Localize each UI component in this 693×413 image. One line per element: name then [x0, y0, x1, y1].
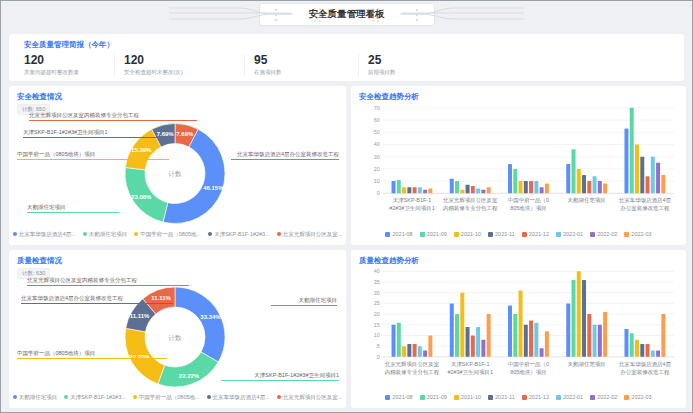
pie-chart-canvas[interactable]: 33.34%22.22%22.22%11.11%11.11%计数 — [17, 279, 338, 391]
bar[interactable] — [428, 335, 432, 356]
bar[interactable] — [572, 149, 576, 193]
legend-item[interactable]: 天鹅湖住宅项目 — [83, 231, 128, 238]
bar[interactable] — [566, 303, 570, 356]
bar[interactable] — [661, 314, 665, 357]
bar[interactable] — [587, 181, 591, 193]
bar[interactable] — [624, 129, 628, 194]
legend-item[interactable]: 天津SKP-B1F-1#2#3... — [64, 394, 126, 401]
bar[interactable] — [540, 187, 544, 193]
bar-chart-canvas[interactable]: 0510152025303540北京光辉项目公区及室内精装修专业分包工程天津SK… — [359, 265, 678, 391]
legend-item[interactable]: 2022-03 — [624, 231, 651, 237]
bar[interactable] — [392, 325, 396, 357]
bar[interactable] — [635, 340, 639, 357]
bar[interactable] — [640, 157, 644, 194]
legend-item[interactable]: 中国学府一品（0805地... — [134, 231, 201, 238]
bar[interactable] — [450, 179, 454, 194]
bar[interactable] — [661, 175, 665, 193]
bar[interactable] — [407, 187, 411, 193]
bar[interactable] — [640, 344, 644, 357]
bar[interactable] — [582, 175, 586, 193]
quality-trend-bar-chart[interactable]: 0510152025303540北京光辉项目公区及室内精装修专业分包工程天津SK… — [359, 265, 678, 391]
bar[interactable] — [418, 346, 422, 357]
legend-item[interactable]: 2021-09 — [420, 231, 447, 237]
legend-item[interactable]: 北京车华饭店酒店4层... — [207, 394, 270, 401]
bar[interactable] — [513, 169, 517, 193]
bar[interactable] — [646, 176, 650, 193]
bar[interactable] — [519, 291, 523, 357]
legend-item[interactable]: 2022-01 — [556, 394, 583, 400]
legend-item[interactable]: 天津SKP-B1F-1#2#3... — [208, 231, 270, 238]
bar[interactable] — [392, 181, 396, 193]
bar[interactable] — [635, 144, 639, 193]
bar[interactable] — [534, 323, 538, 357]
bar[interactable] — [476, 188, 480, 193]
bar[interactable] — [524, 325, 528, 357]
legend-item[interactable]: 中国学府一品（0805地... — [133, 394, 200, 401]
legend-item[interactable]: 2021-09 — [420, 394, 447, 400]
bar[interactable] — [513, 314, 517, 357]
bar[interactable] — [471, 335, 475, 356]
bar[interactable] — [423, 190, 427, 194]
legend-item[interactable]: 2021-11 — [488, 231, 515, 237]
legend-item[interactable]: 2021-08 — [385, 231, 412, 237]
legend-item[interactable]: 北京光辉项目公区及室... — [277, 394, 343, 401]
bar[interactable] — [598, 181, 602, 193]
bar[interactable] — [540, 348, 544, 357]
bar[interactable] — [402, 346, 406, 357]
legend-item[interactable]: 2021-08 — [385, 394, 412, 400]
bar[interactable] — [455, 181, 459, 193]
bar[interactable] — [603, 312, 607, 357]
bar-chart-canvas[interactable]: 010203040506070天津SKP-B1F-1#2#3#卫生间项目1北京光… — [359, 101, 678, 228]
bar[interactable] — [630, 333, 634, 357]
safety-pie-chart[interactable]: 7.69%46.15%23.08%15.39%7.69%计数 — [17, 115, 338, 228]
bar[interactable] — [487, 187, 491, 193]
bar[interactable] — [455, 314, 459, 357]
bar[interactable] — [487, 314, 491, 357]
bar[interactable] — [460, 293, 464, 357]
bar[interactable] — [545, 184, 549, 194]
legend-item[interactable]: 北京光辉项目公区及室... — [277, 231, 343, 238]
bar[interactable] — [508, 164, 512, 193]
bar[interactable] — [656, 163, 660, 194]
bar[interactable] — [519, 181, 523, 193]
safety-trend-bar-chart[interactable]: 010203040506070天津SKP-B1F-1#2#3#卫生间项目1北京光… — [359, 101, 678, 228]
bar[interactable] — [413, 187, 417, 193]
bar[interactable] — [624, 329, 628, 357]
bar[interactable] — [534, 181, 538, 193]
quality-pie-chart[interactable]: 33.34%22.22%22.22%11.11%11.11%计数 — [17, 279, 338, 391]
bar[interactable] — [651, 157, 655, 194]
bar[interactable] — [587, 314, 591, 357]
bar[interactable] — [508, 306, 512, 357]
bar[interactable] — [466, 185, 470, 194]
bar[interactable] — [598, 325, 602, 357]
legend-item[interactable]: 北京车华饭店酒店4层... — [13, 231, 76, 238]
bar[interactable] — [413, 344, 417, 357]
bar[interactable] — [646, 344, 650, 357]
pie-slice[interactable] — [175, 287, 225, 362]
pie-slice[interactable] — [158, 352, 218, 387]
bar[interactable] — [545, 331, 549, 357]
bar[interactable] — [466, 327, 470, 357]
bar[interactable] — [651, 350, 655, 356]
legend-item[interactable]: 2022-02 — [590, 231, 617, 237]
bar[interactable] — [603, 184, 607, 194]
legend-item[interactable]: 2022-02 — [590, 394, 617, 400]
bar[interactable] — [407, 344, 411, 357]
legend-item[interactable]: 2021-12 — [522, 394, 549, 400]
legend-item[interactable]: 2021-10 — [454, 231, 481, 237]
bar[interactable] — [418, 187, 422, 193]
legend-item[interactable]: 2021-11 — [488, 394, 515, 400]
bar[interactable] — [582, 280, 586, 357]
bar[interactable] — [450, 303, 454, 356]
bar[interactable] — [428, 188, 432, 193]
bar[interactable] — [529, 181, 533, 193]
bar[interactable] — [524, 181, 528, 193]
bar[interactable] — [481, 190, 485, 194]
bar[interactable] — [460, 190, 464, 194]
bar[interactable] — [397, 180, 401, 193]
bar[interactable] — [577, 271, 581, 356]
bar[interactable] — [481, 340, 485, 357]
bar[interactable] — [630, 108, 634, 193]
bar[interactable] — [566, 164, 570, 193]
bar[interactable] — [402, 187, 406, 193]
